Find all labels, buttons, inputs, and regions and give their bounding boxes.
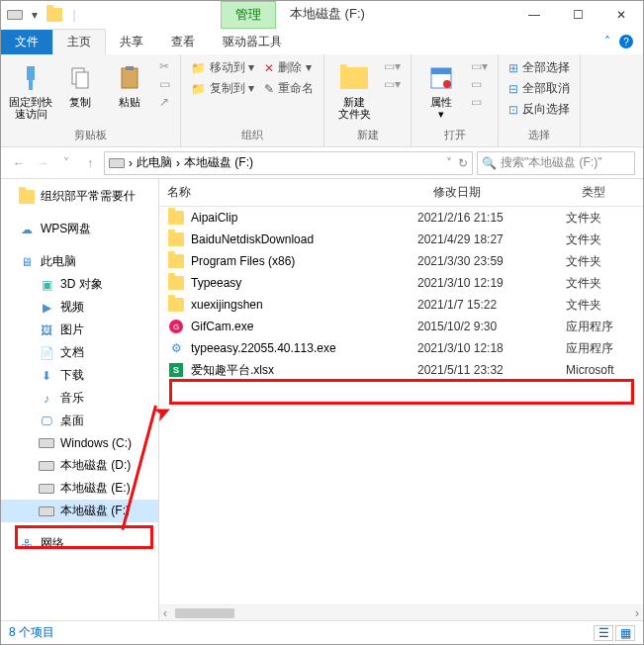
tree-item[interactable]: ☁WPS网盘 xyxy=(1,218,158,240)
minimize-button[interactable]: — xyxy=(512,1,556,29)
tab-home[interactable]: 主页 xyxy=(52,29,106,54)
history-button[interactable]: ▭ xyxy=(469,94,490,110)
tree-label: 文档 xyxy=(60,344,84,361)
selectall-button[interactable]: ⊞全部选择 xyxy=(506,58,572,77)
search-box[interactable]: 🔍 搜索"本地磁盘 (F:)" xyxy=(477,151,635,175)
tree-item[interactable]: 📄文档 xyxy=(1,341,158,364)
tree-item[interactable]: 本地磁盘 (E:) xyxy=(1,477,158,500)
tree-item[interactable]: ▶视频 xyxy=(1,296,158,319)
context-tab-manage[interactable]: 管理 xyxy=(221,1,276,29)
pin-button[interactable]: 固定到快 速访问 xyxy=(9,58,52,120)
newitem-button[interactable]: ▭▾ xyxy=(382,58,403,74)
file-name: AipaiClip xyxy=(191,211,417,225)
paste-button[interactable]: 粘贴 xyxy=(108,58,151,108)
col-type[interactable]: 类型 xyxy=(574,184,643,201)
up-button[interactable]: ↑ xyxy=(80,156,100,170)
path-icon: ▭ xyxy=(159,77,170,91)
cut-button[interactable]: ✂ xyxy=(157,58,172,74)
file-type: 文件夹 xyxy=(566,297,635,314)
invert-button[interactable]: ⊡反向选择 xyxy=(506,100,572,119)
properties-button[interactable]: 属性 ▾ xyxy=(419,58,463,120)
tree-item[interactable]: 🖥此电脑 xyxy=(1,250,158,273)
file-row[interactable]: ⚙typeeasy.22055.40.113.exe2021/3/10 12:1… xyxy=(159,337,643,359)
moveto-button[interactable]: 📁移动到 ▾ xyxy=(189,58,256,77)
tab-file[interactable]: 文件 xyxy=(1,30,52,54)
tree-item[interactable]: 🖼图片 xyxy=(1,319,158,341)
tree-item[interactable]: 🖵桌面 xyxy=(1,410,158,432)
delete-button[interactable]: ✕删除 ▾ xyxy=(262,58,316,77)
file-row[interactable]: AipaiClip2021/2/16 21:15文件夹 xyxy=(159,207,643,229)
maximize-button[interactable]: ☐ xyxy=(556,1,599,29)
file-rows[interactable]: AipaiClip2021/2/16 21:15文件夹BaiduNetdiskD… xyxy=(159,207,643,604)
scrollbar-thumb[interactable] xyxy=(175,608,234,618)
svg-rect-0 xyxy=(27,66,35,80)
copyto-button[interactable]: 📁复制到 ▾ xyxy=(189,79,256,98)
file-row[interactable]: S爱知趣平台.xlsx2021/5/11 23:32Microsoft xyxy=(159,359,643,381)
address-dropdown-icon[interactable]: ˅ xyxy=(446,156,452,170)
tree-item[interactable]: ♪音乐 xyxy=(1,387,158,410)
file-row[interactable]: Program Files (x86)2021/3/30 23:59文件夹 xyxy=(159,250,643,272)
file-row[interactable]: Typeeasy2021/3/10 12:19文件夹 xyxy=(159,272,643,294)
h-scrollbar[interactable]: ‹ › xyxy=(159,604,643,620)
back-button[interactable]: ← xyxy=(9,156,29,170)
copy-button[interactable]: 复制 xyxy=(58,58,102,108)
view-details-icon[interactable]: ☰ xyxy=(594,625,613,641)
tab-view[interactable]: 查看 xyxy=(157,30,209,54)
pc-icon: 🖥 xyxy=(19,254,35,270)
file-row[interactable]: GGifCam.exe2015/10/2 9:30应用程序 xyxy=(159,316,643,337)
folder-icon xyxy=(167,252,185,270)
tree-item[interactable]: ⬇下载 xyxy=(1,364,158,387)
selectnone-button[interactable]: ⊟全部取消 xyxy=(506,79,572,98)
file-row[interactable]: BaiduNetdiskDownload2021/4/29 18:27文件夹 xyxy=(159,229,643,250)
cloud-icon: ☁ xyxy=(19,222,35,237)
tree-label: 音乐 xyxy=(60,390,84,407)
file-type: 文件夹 xyxy=(566,231,635,248)
tree-item[interactable]: 本地磁盘 (F:) xyxy=(1,500,158,522)
refresh-icon[interactable]: ↻ xyxy=(458,156,468,170)
selectnone-icon: ⊟ xyxy=(508,82,518,96)
titlebar: ▾ | 管理 本地磁盘 (F:) — ☐ ✕ xyxy=(1,1,643,29)
file-row[interactable]: xuexijingshen2021/1/7 15:22文件夹 xyxy=(159,294,643,316)
group-select: 选择 xyxy=(528,128,550,144)
rename-icon: ✎ xyxy=(264,82,274,96)
tree-item[interactable]: 🖧网络 xyxy=(1,532,158,555)
help-icon[interactable]: ? xyxy=(619,35,633,48)
group-new: 新建 xyxy=(357,128,379,144)
tab-share[interactable]: 共享 xyxy=(106,30,157,54)
col-date[interactable]: 修改日期 xyxy=(425,184,574,201)
forward-button[interactable]: → xyxy=(33,156,52,170)
nav-tree[interactable]: 组织部平常需要什☁WPS网盘🖥此电脑▣3D 对象▶视频🖼图片📄文档⬇下载♪音乐🖵… xyxy=(1,179,159,620)
cut-icon: ✂ xyxy=(159,59,169,73)
paste-shortcut-button[interactable]: ↗ xyxy=(157,94,172,110)
ribbon-collapse[interactable]: ˄ ? xyxy=(595,31,643,53)
edit-button[interactable]: ▭ xyxy=(469,76,490,92)
tab-drivetools[interactable]: 驱动器工具 xyxy=(209,30,296,54)
qat-sep: | xyxy=(66,7,82,23)
col-name[interactable]: 名称 xyxy=(159,184,425,201)
group-open: 打开 xyxy=(444,128,466,144)
tree-item[interactable]: 组织部平常需要什 xyxy=(1,185,158,208)
rename-button[interactable]: ✎重命名 xyxy=(262,79,316,98)
group-organize: 组织 xyxy=(241,128,263,144)
properties-icon xyxy=(425,62,457,94)
open-button[interactable]: ▭▾ xyxy=(469,58,490,74)
view-tiles-icon[interactable]: ▦ xyxy=(615,625,635,641)
svg-point-8 xyxy=(443,80,451,88)
tree-item[interactable]: 本地磁盘 (D:) xyxy=(1,454,158,477)
tree-item[interactable]: ▣3D 对象 xyxy=(1,273,158,296)
crumb-pc[interactable]: 此电脑 xyxy=(137,154,172,171)
tree-item[interactable]: Windows (C:) xyxy=(1,432,158,454)
address-bar[interactable]: › 此电脑 › 本地磁盘 (F:) ˅ ↻ xyxy=(104,151,473,175)
file-date: 2021/5/11 23:32 xyxy=(417,363,566,377)
recent-dropdown[interactable]: ˅ xyxy=(56,156,76,170)
tree-label: 下载 xyxy=(60,367,84,384)
file-name: GifCam.exe xyxy=(191,320,417,333)
easyaccess-button[interactable]: ▭▾ xyxy=(382,76,403,92)
qat-dropdown-icon[interactable]: ▾ xyxy=(27,7,43,23)
crumb-drive[interactable]: 本地磁盘 (F:) xyxy=(184,154,253,171)
close-button[interactable]: ✕ xyxy=(599,1,643,29)
copypath-button[interactable]: ▭ xyxy=(157,76,172,92)
list-header[interactable]: 名称 修改日期 类型 xyxy=(159,179,643,207)
newfolder-button[interactable]: 新建 文件夹 xyxy=(332,58,376,120)
moveto-icon: 📁 xyxy=(191,61,206,75)
